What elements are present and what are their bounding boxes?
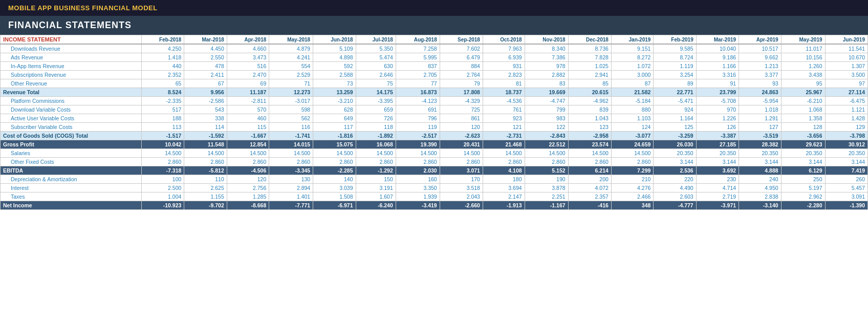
inapp-revenue-row: In-App Items Revenue 440 478 516 554 592… — [1, 62, 868, 71]
taxes-row: Taxes 1.004 1.155 1.285 1.401 1.508 1.60… — [1, 192, 868, 201]
col-sep18: Sep-2018 — [440, 35, 483, 45]
gross-profit-label: Gross Profit — [1, 140, 142, 149]
download-variable-label: Download Variable Costs — [1, 105, 142, 114]
salaries-label: Salaries — [1, 149, 142, 158]
active-user-variable-label: Active User Variable Costs — [1, 114, 142, 123]
cogs-total-row: Cost of Goods Sold (COGS) Total -1.517 -… — [1, 132, 868, 140]
app-title: MOBILE APP BUSINESS FINANCIAL MODEL — [8, 4, 158, 12]
subscriptions-revenue-label: Subscriptions Revenue — [1, 71, 142, 79]
active-user-variable-row: Active User Variable Costs 188 338 460 5… — [1, 114, 868, 123]
revenue-total-label: Revenue Total — [1, 88, 142, 97]
ebitda-row: EBITDA -7.318 -5.812 -4.506 -3.345 -2.28… — [1, 166, 868, 175]
col-oct18: Oct-2018 — [483, 35, 525, 45]
ads-revenue-row: Ads Revenue 1.418 2.550 3.473 4.241 4.89… — [1, 53, 868, 62]
col-may19: May-2019 — [781, 35, 825, 45]
col-jun19: Jun-2019 — [825, 35, 867, 45]
header-row: INCOME STATEMENT Feb-2018 Mar-2018 Apr-2… — [1, 35, 868, 45]
interest-label: Interest — [1, 184, 142, 192]
ads-revenue-label: Ads Revenue — [1, 53, 142, 62]
net-income-row: Net Income -10.923 -9.702 -8.668 -7.771 … — [1, 201, 868, 210]
downloads-revenue-label: Downloads Revenue — [1, 44, 142, 53]
downloads-revenue-row: Downloads Revenue 4.250 4.450 4.660 4.87… — [1, 44, 868, 53]
depreciation-row: Depreciation & Amortization 100 110 120 … — [1, 175, 868, 184]
platform-commissions-row: Platform Commissions -2.335 -2.586 -2.81… — [1, 97, 868, 105]
downloads-revenue-feb18: 4.250 — [142, 44, 184, 53]
table-container: INCOME STATEMENT Feb-2018 Mar-2018 Apr-2… — [0, 35, 868, 210]
download-variable-row: Download Variable Costs 517 543 570 598 … — [1, 105, 868, 114]
section-title: FINANCIAL STATEMENTS — [8, 20, 132, 30]
depreciation-label: Depreciation & Amortization — [1, 175, 142, 184]
section-header: FINANCIAL STATEMENTS — [0, 16, 868, 35]
col-apr18: Apr-2018 — [227, 35, 269, 45]
subscriber-variable-row: Subscriber Variable Costs 113 114 115 11… — [1, 123, 868, 132]
taxes-label: Taxes — [1, 192, 142, 201]
col-feb18: Feb-2018 — [142, 35, 184, 45]
other-revenue-label: Other Revenue — [1, 79, 142, 88]
col-nov18: Nov-2018 — [525, 35, 568, 45]
top-bar: MOBILE APP BUSINESS FINANCIAL MODEL — [0, 0, 868, 16]
income-statement-header: INCOME STATEMENT — [1, 35, 142, 45]
col-feb19: Feb-2019 — [654, 35, 696, 45]
gross-profit-row: Gross Profit 10.042 11.548 12.854 14.015… — [1, 140, 868, 149]
revenue-total-row: Revenue Total 8.524 9.956 11.187 12.273 … — [1, 88, 868, 97]
col-dec18: Dec-2018 — [568, 35, 611, 45]
ebitda-label: EBITDA — [1, 166, 142, 175]
col-may18: May-2018 — [269, 35, 313, 45]
subscriptions-revenue-row: Subscriptions Revenue 2.352 2.411 2.470 … — [1, 71, 868, 79]
other-fixed-label: Other Fixed Costs — [1, 158, 142, 166]
col-aug18: Aug-2018 — [396, 35, 440, 45]
financial-table: INCOME STATEMENT Feb-2018 Mar-2018 Apr-2… — [0, 35, 868, 210]
cogs-total-label: Cost of Goods Sold (COGS) Total — [1, 132, 142, 140]
subscriber-variable-label: Subscriber Variable Costs — [1, 123, 142, 132]
net-income-label: Net Income — [1, 201, 142, 210]
col-jun18: Jun-2018 — [313, 35, 356, 45]
platform-commissions-label: Platform Commissions — [1, 97, 142, 105]
inapp-revenue-label: In-App Items Revenue — [1, 62, 142, 71]
other-fixed-row: Other Fixed Costs 2.860 2.860 2.860 2.86… — [1, 158, 868, 166]
col-apr19: Apr-2019 — [739, 35, 782, 45]
col-mar19: Mar-2019 — [696, 35, 739, 45]
other-revenue-row: Other Revenue 65 67 69 71 73 75 77 79 81… — [1, 79, 868, 88]
salaries-row: Salaries 14.500 14.500 14.500 14.500 14.… — [1, 149, 868, 158]
col-mar18: Mar-2018 — [184, 35, 227, 45]
col-jan19: Jan-2019 — [611, 35, 654, 45]
col-jul18: Jul-2018 — [356, 35, 396, 45]
interest-row: Interest 2.500 2.625 2.756 2.894 3.039 3… — [1, 184, 868, 192]
